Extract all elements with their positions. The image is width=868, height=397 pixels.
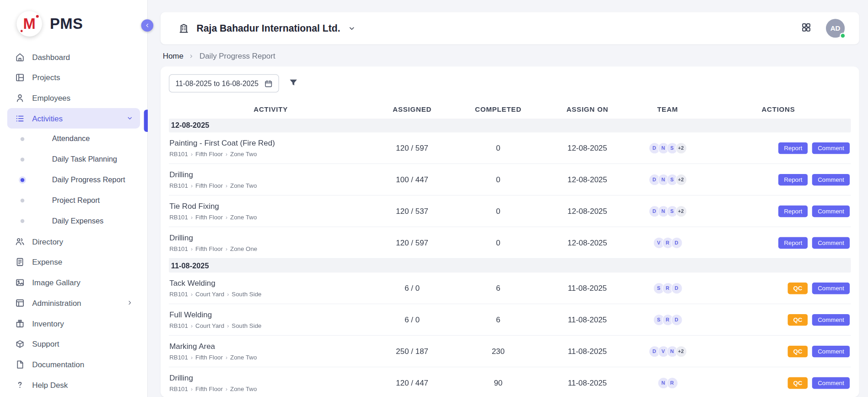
qc-button[interactable]: QC [787,314,808,325]
logo-letter: M [23,15,36,33]
app-name: PMS [50,15,83,33]
activity-title: Drilling [169,233,372,242]
chevron-right-icon: › [191,291,193,297]
comment-button[interactable]: Comment [812,174,850,185]
apps-grid-button[interactable] [801,22,812,34]
team-extra-badge: +2 [675,205,686,217]
completed-value: 6 [452,283,545,292]
report-button[interactable]: Report [778,142,808,153]
team-avatars: DNS+2 [630,205,706,217]
administration-icon [15,298,25,308]
comment-button[interactable]: Comment [812,345,850,357]
comment-button[interactable]: Comment [812,314,850,325]
chevron-right-icon: › [226,354,227,360]
activity-title: Marking Area [169,342,372,350]
bullet-dot-icon [21,198,24,202]
qc-button[interactable]: QC [787,377,808,388]
assign-on-date: 12-08-2025 [545,207,630,215]
sidebar-subitem-attendance[interactable]: Attendance [7,129,140,149]
sidebar-item-image-gallary[interactable]: Image Gallary [7,272,140,293]
sidebar-subitem-project-report[interactable]: Project Report [7,190,140,211]
sidebar-item-expense[interactable]: Expense [7,251,140,272]
sidebar-item-administration[interactable]: Administration [7,293,140,313]
team-avatars: NR [630,377,706,388]
chevron-right-icon [189,53,194,59]
completed-value: 230 [452,347,545,355]
company-selector[interactable]: Raja Bahadur International Ltd. [178,22,356,34]
completed-value: 90 [452,378,545,387]
path-segment: Court Yard [195,291,224,298]
main-content: Raja Bahadur International Ltd. AD Home … [148,0,868,397]
sidebar-subitem-daily-progress-report[interactable]: Daily Progress Report [7,169,140,190]
table-row: Painting - First Coat (Fire Red)RB101›Fi… [169,132,851,164]
team-avatar: D [671,314,682,325]
activity-title: Drilling [169,170,372,179]
sidebar-item-inventory[interactable]: Inventory [7,313,140,334]
report-button[interactable]: Report [778,237,808,248]
sidebar-item-documentation[interactable]: Documentation [7,354,140,375]
sidebar-collapse-button[interactable] [141,19,153,32]
chevron-right-icon: › [226,183,227,189]
date-range-input[interactable]: 11-08-2025 to 16-08-2025 [169,74,279,92]
sidebar-item-label: Activities [32,114,63,123]
column-header-actions: ACTIONS [705,105,851,113]
column-header-assigned: ASSIGNED [372,105,452,113]
topbar: Raja Bahadur International Ltd. AD [161,12,859,44]
sidebar-item-employees[interactable]: Employees [7,87,140,108]
assigned-value: 6 / 0 [372,315,452,324]
sidebar-item-directory[interactable]: Directory [7,231,140,251]
qc-button[interactable]: QC [787,282,808,294]
chevron-right-icon: › [191,386,193,392]
assigned-value: 120 / 537 [372,207,452,215]
company-name: Raja Bahadur International Ltd. [196,22,340,34]
breadcrumb-home[interactable]: Home [163,52,183,60]
comment-button[interactable]: Comment [812,377,850,388]
assign-on-date: 12-08-2025 [545,238,630,247]
path-segment: Fifth Floor [195,245,223,252]
team-extra-badge: +2 [675,345,686,357]
chevron-right-icon: › [191,323,193,329]
comment-button[interactable]: Comment [812,142,850,153]
sidebar-item-activities[interactable]: Activities [7,108,140,129]
row-actions: ReportComment [705,205,851,217]
comment-button[interactable]: Comment [812,237,850,248]
sidebar-item-support[interactable]: Support [7,333,140,354]
user-avatar[interactable]: AD [826,19,845,38]
sidebar-subitem-label: Attendance [52,135,90,143]
report-button[interactable]: Report [778,205,808,217]
sidebar-nav: DashboardProjectsEmployeesActivitiesAtte… [0,43,147,395]
sidebar-item-label: Support [32,339,59,348]
path-segment: RB101 [169,386,188,392]
sidebar-item-dashboard[interactable]: Dashboard [7,47,140,67]
comment-button[interactable]: Comment [812,205,850,217]
table-row: Tie Rod FixingRB101›Fifth Floor›Zone Two… [169,196,851,227]
row-actions: QCComment [705,345,851,357]
sidebar-subitem-daily-task-planning[interactable]: Daily Task Planning [7,149,140,169]
path-segment: Fifth Floor [195,214,223,221]
chevron-right-icon: › [226,246,227,252]
path-segment: Zone One [230,245,257,252]
comment-button[interactable]: Comment [812,282,850,294]
path-segment: Fifth Floor [195,386,223,392]
team-avatars: DVN+2 [630,345,706,357]
qc-button[interactable]: QC [787,345,808,357]
sidebar-item-help-desk[interactable]: Help Desk [7,375,140,395]
path-segment: Zone Two [230,151,257,158]
app-root: M PMS DashboardProjectsEmployeesActiviti… [0,0,868,397]
team-extra-badge: +2 [675,142,686,153]
row-actions: QCComment [705,314,851,325]
sidebar-item-label: Dashboard [32,52,70,61]
chevron-down-icon [126,114,134,122]
sidebar-item-projects[interactable]: Projects [7,67,140,87]
topbar-actions: AD [801,19,845,38]
report-button[interactable]: Report [778,174,808,185]
path-segment: Zone Two [230,354,257,361]
chevron-right-icon: › [191,214,193,220]
sidebar-subitem-daily-expenses[interactable]: Daily Expenses [7,211,140,231]
filter-button[interactable] [288,77,298,89]
row-actions: ReportComment [705,142,851,153]
filter-toolbar: 11-08-2025 to 16-08-2025 [169,74,851,92]
activity-title: Full Welding [169,310,372,319]
table-row: Tack WeldingRB101›Court Yard›South Side6… [169,272,851,304]
chevron-right-icon: › [191,183,193,189]
